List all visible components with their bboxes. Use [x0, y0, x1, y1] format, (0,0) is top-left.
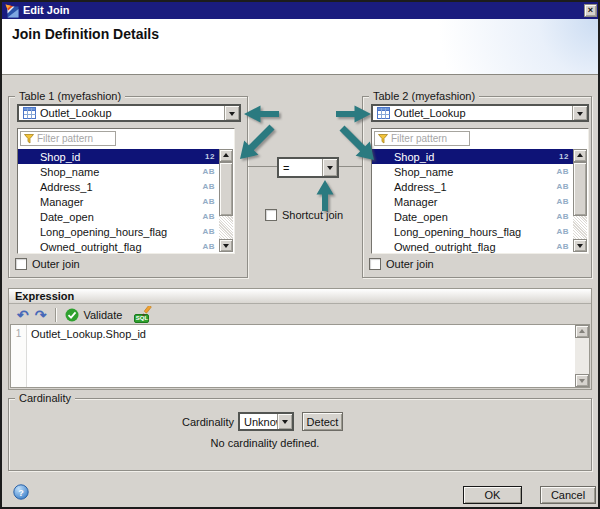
dialog-header: Join Definition Details	[2, 19, 598, 75]
field-name: Address_1	[40, 181, 93, 193]
table2-filter-input[interactable]: Filter pattern	[374, 131, 470, 146]
cardinality-select[interactable]: Unknown	[238, 412, 294, 431]
callout-arrow-table2-select	[336, 103, 372, 125]
validate-label: Validate	[83, 309, 122, 321]
scroll-up-icon[interactable]	[219, 149, 233, 162]
join-operator-select[interactable]: =	[277, 157, 339, 178]
field-name: Shop_id	[394, 151, 434, 163]
field-row[interactable]: Shop_id 12	[18, 149, 219, 164]
checkbox-box[interactable]	[265, 209, 277, 221]
app-icon	[5, 4, 19, 18]
ok-button[interactable]: OK	[463, 486, 522, 504]
expression-panel: Expression ↶ ↷ Validate SQL	[8, 288, 592, 390]
callout-arrow-table2-field	[338, 124, 378, 164]
scroll-up-icon[interactable]	[575, 325, 589, 338]
field-type-badge: AB	[556, 227, 569, 236]
field-name: Long_opening_hours_flag	[394, 226, 521, 238]
table2-filter-row: Filter pattern	[372, 129, 588, 149]
filter-icon	[24, 134, 34, 144]
field-type-badge: AB	[202, 182, 215, 191]
editor-scrollbar[interactable]	[575, 325, 589, 387]
cardinality-field-label: Cardinality	[149, 416, 234, 428]
field-row[interactable]: Date_open AB	[372, 209, 573, 224]
expression-header: Expression	[9, 289, 591, 304]
table2-group-label: Table 2 (myefashion)	[369, 89, 479, 103]
field-type-badge: AB	[556, 242, 569, 251]
chevron-down-icon[interactable]	[572, 106, 587, 120]
outer-join-label: Outer join	[32, 258, 80, 270]
scrollbar-thumb[interactable]	[573, 162, 587, 216]
table1-select-value: Outlet_Lookup	[36, 107, 224, 119]
detect-button[interactable]: Detect	[302, 412, 343, 431]
validate-button[interactable]: Validate	[65, 308, 122, 322]
table-icon	[23, 107, 36, 119]
cardinality-group-label: Cardinality	[15, 391, 75, 405]
cardinality-status: No cardinality defined.	[95, 437, 435, 449]
expression-toolbar: ↶ ↷ Validate SQL	[9, 305, 591, 324]
field-type-badge: AB	[202, 227, 215, 236]
field-type-badge: 12	[559, 152, 569, 161]
edit-sql-button[interactable]: SQL	[134, 306, 152, 323]
field-name: Date_open	[394, 211, 448, 223]
field-row[interactable]: Address_1 AB	[372, 179, 573, 194]
field-row[interactable]: Shop_name AB	[372, 164, 573, 179]
table1-scrollbar[interactable]	[219, 149, 233, 252]
field-row[interactable]: Date_open AB	[18, 209, 219, 224]
help-icon[interactable]: ?	[13, 484, 29, 500]
undo-button[interactable]: ↶	[17, 307, 29, 323]
field-name: Shop_name	[40, 166, 99, 178]
table1-filter-row: Filter pattern	[18, 129, 234, 149]
table1-table-select[interactable]: Outlet_Lookup	[17, 104, 241, 122]
field-name: Shop_id	[40, 151, 80, 163]
field-row[interactable]: Owned_outright_flag AB	[372, 239, 573, 253]
scroll-down-icon[interactable]	[219, 239, 233, 252]
scroll-down-icon[interactable]	[575, 374, 589, 387]
chevron-down-icon[interactable]	[224, 106, 239, 120]
field-row[interactable]: Manager AB	[18, 194, 219, 209]
filter-placeholder: Filter pattern	[391, 133, 447, 144]
join-operator-value: =	[279, 162, 322, 174]
callout-arrow-table1-select	[243, 103, 279, 125]
field-type-badge: AB	[556, 167, 569, 176]
field-row[interactable]: Owned_outright_flag AB	[18, 239, 219, 253]
table-icon	[377, 107, 390, 119]
scroll-up-icon[interactable]	[573, 149, 587, 162]
field-row[interactable]: Manager AB	[372, 194, 573, 209]
table2-scrollbar[interactable]	[573, 149, 587, 252]
field-type-badge: AB	[202, 197, 215, 206]
field-name: Address_1	[394, 181, 447, 193]
checkbox-box[interactable]	[369, 258, 381, 270]
table2-rows: Shop_id 12 Shop_name AB Address_1 AB	[372, 149, 573, 253]
scrollbar-thumb[interactable]	[219, 162, 233, 216]
field-type-badge: AB	[202, 242, 215, 251]
field-type-badge: AB	[556, 197, 569, 206]
chevron-down-icon[interactable]	[322, 159, 337, 176]
edit-join-dialog: Edit Join × Join Definition Details Tabl…	[0, 0, 600, 509]
field-row[interactable]: Shop_id 12	[372, 149, 573, 164]
field-row[interactable]: Shop_name AB	[18, 164, 219, 179]
expression-code[interactable]: Outlet_Lookup.Shop_id	[31, 328, 571, 340]
chevron-down-icon[interactable]	[277, 414, 292, 429]
cardinality-value: Unknown	[240, 416, 277, 428]
field-name: Owned_outright_flag	[40, 241, 142, 253]
field-row[interactable]: Long_opening_hours_flag AB	[18, 224, 219, 239]
table1-filter-input[interactable]: Filter pattern	[20, 131, 116, 146]
field-row[interactable]: Address_1 AB	[18, 179, 219, 194]
close-button[interactable]: ×	[584, 4, 597, 17]
field-type-badge: AB	[556, 182, 569, 191]
table1-group: Table 1 (myefashion) Outlet_Lookup	[8, 96, 248, 278]
field-row[interactable]: Long_opening_hours_flag AB	[372, 224, 573, 239]
expression-editor[interactable]: 1 Outlet_Lookup.Shop_id	[10, 324, 590, 388]
scroll-down-icon[interactable]	[573, 239, 587, 252]
checkbox-box[interactable]	[15, 258, 27, 270]
table2-outer-join-checkbox[interactable]: Outer join	[369, 258, 434, 270]
field-type-badge: AB	[202, 167, 215, 176]
table2-table-select[interactable]: Outlet_Lookup	[371, 104, 589, 122]
cancel-button[interactable]: Cancel	[540, 486, 596, 504]
table1-rows: Shop_id 12 Shop_name AB Address_1 AB	[18, 149, 219, 253]
field-type-badge: 12	[205, 152, 215, 161]
redo-button[interactable]: ↷	[35, 307, 47, 323]
window-titlebar[interactable]: Edit Join ×	[2, 2, 598, 19]
table1-outer-join-checkbox[interactable]: Outer join	[15, 258, 80, 270]
toolbar-separator	[55, 308, 56, 322]
